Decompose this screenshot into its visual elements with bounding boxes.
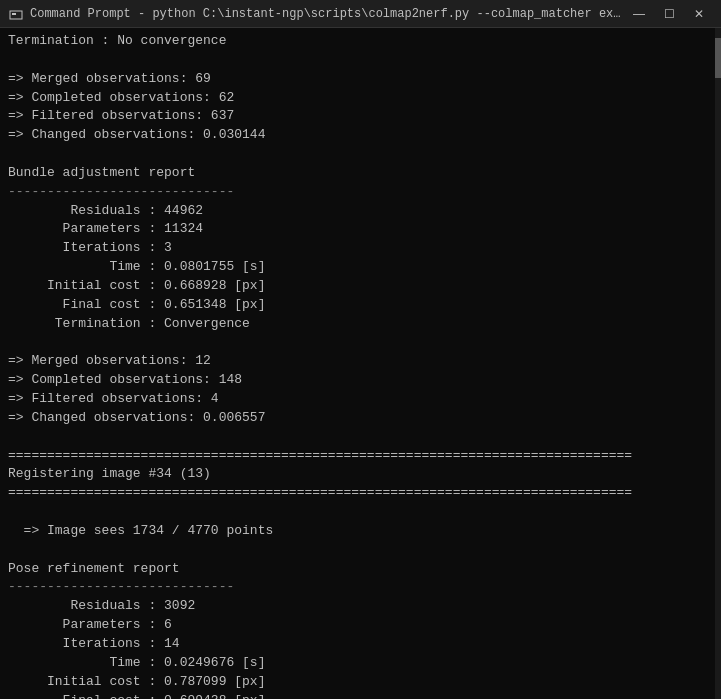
svg-rect-2	[12, 13, 16, 15]
terminal-line: => Changed observations: 0.006557	[8, 409, 713, 428]
terminal-line: Residuals : 3092	[8, 597, 713, 616]
title-bar-text: Command Prompt - python C:\instant-ngp\s…	[30, 7, 625, 21]
terminal-line: => Merged observations: 69	[8, 70, 713, 89]
terminal-line: Iterations : 14	[8, 635, 713, 654]
terminal-line: -----------------------------	[8, 183, 713, 202]
terminal-line: -----------------------------	[8, 578, 713, 597]
terminal-line	[8, 145, 713, 164]
terminal-line: Termination : No convergence	[8, 32, 713, 51]
terminal-line: Initial cost : 0.668928 [px]	[8, 277, 713, 296]
terminal-line: Bundle adjustment report	[8, 164, 713, 183]
maximize-button[interactable]: ☐	[655, 4, 683, 24]
minimize-button[interactable]: —	[625, 4, 653, 24]
terminal-line: Final cost : 0.651348 [px]	[8, 296, 713, 315]
terminal-line: ========================================…	[8, 447, 713, 466]
terminal-line: => Image sees 1734 / 4770 points	[8, 522, 713, 541]
terminal-line: Time : 0.0249676 [s]	[8, 654, 713, 673]
terminal-line: Initial cost : 0.787099 [px]	[8, 673, 713, 692]
terminal-line: Residuals : 44962	[8, 202, 713, 221]
title-bar: Command Prompt - python C:\instant-ngp\s…	[0, 0, 721, 28]
terminal-line: Final cost : 0.699438 [px]	[8, 692, 713, 699]
terminal-line: => Completed observations: 62	[8, 89, 713, 108]
terminal-line: Registering image #34 (13)	[8, 465, 713, 484]
terminal-line: Termination : Convergence	[8, 315, 713, 334]
terminal-line	[8, 541, 713, 560]
terminal-line: => Changed observations: 0.030144	[8, 126, 713, 145]
terminal-line: Pose refinement report	[8, 560, 713, 579]
title-bar-controls: — ☐ ✕	[625, 4, 713, 24]
title-bar-icon	[8, 6, 24, 22]
terminal-line: Time : 0.0801755 [s]	[8, 258, 713, 277]
terminal-line: => Filtered observations: 4	[8, 390, 713, 409]
scrollbar-track[interactable]	[715, 28, 721, 699]
terminal-line: Parameters : 6	[8, 616, 713, 635]
close-button[interactable]: ✕	[685, 4, 713, 24]
terminal-line: => Filtered observations: 637	[8, 107, 713, 126]
scrollbar-thumb[interactable]	[715, 38, 721, 78]
terminal-body: Termination : No convergence=> Merged ob…	[0, 28, 721, 699]
terminal-line	[8, 334, 713, 353]
terminal-line: Parameters : 11324	[8, 220, 713, 239]
terminal-line: => Merged observations: 12	[8, 352, 713, 371]
terminal-line: Iterations : 3	[8, 239, 713, 258]
terminal-line	[8, 428, 713, 447]
terminal-line	[8, 51, 713, 70]
terminal-line: => Completed observations: 148	[8, 371, 713, 390]
terminal-line	[8, 503, 713, 522]
terminal-line: ========================================…	[8, 484, 713, 503]
